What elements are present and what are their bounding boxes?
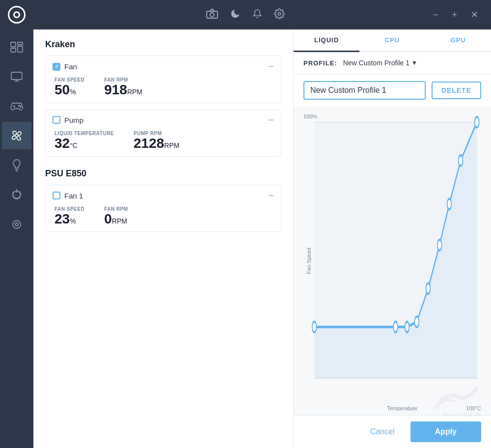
svg-point-12	[19, 105, 20, 106]
kraken-pump-header: Pump −	[53, 114, 274, 126]
sidebar-item-fan[interactable]	[2, 122, 31, 149]
logo-inner	[13, 11, 20, 18]
kraken-fan-speed-stat: FAN SPEED 50%	[55, 77, 84, 98]
svg-point-30	[437, 240, 442, 251]
apply-button[interactable]: Apply	[410, 421, 481, 442]
tabs-bar: LIQUID CPU GPU	[294, 29, 491, 52]
kraken-fan-header: Fan −	[53, 61, 274, 72]
minimize-button[interactable]: −	[428, 8, 443, 22]
kraken-fan-row: Fan − FAN SPEED 50% FAN RPM	[45, 56, 281, 103]
chart-y-axis-label: Fan Speed	[306, 248, 312, 274]
svg-point-31	[447, 199, 452, 210]
delete-button[interactable]: DELETE	[432, 82, 481, 99]
profile-bar: PROFILE: New Custom Profile 1 ▼	[294, 52, 491, 74]
psu-title: PSU E850	[45, 168, 281, 179]
profile-name: New Custom Profile 1	[343, 59, 409, 67]
tab-cpu[interactable]: CPU	[359, 29, 425, 51]
sidebar-item-audio[interactable]	[2, 210, 31, 238]
psu-fan1-speed-value: 23%	[55, 212, 84, 227]
profile-dropdown[interactable]: New Custom Profile 1 ▼	[343, 59, 417, 67]
kraken-pump-label: Pump	[64, 116, 83, 124]
window-controls: − + ✕	[428, 7, 483, 22]
psu-fan1-name-row: Fan 1	[53, 192, 83, 200]
svg-point-13	[20, 106, 21, 107]
svg-point-1	[210, 13, 214, 17]
chart-x-axis-label: Temperature	[387, 405, 417, 411]
svg-point-26	[393, 322, 398, 333]
kraken-pump-rpm-value: 2128RPM	[134, 136, 179, 151]
titlebar: − + ✕	[0, 0, 491, 29]
svg-rect-3	[11, 42, 16, 47]
sidebar-item-dashboard[interactable]	[2, 33, 31, 61]
sidebar	[0, 29, 33, 448]
svg-point-25	[312, 322, 317, 333]
right-panel: LIQUID CPU GPU PROFILE: New Custom Profi…	[294, 29, 491, 448]
psu-fan1-checkbox[interactable]	[53, 192, 60, 199]
svg-point-14	[15, 134, 18, 137]
tab-liquid[interactable]: LIQUID	[294, 29, 359, 52]
close-button[interactable]: ✕	[466, 7, 483, 22]
kraken-fan-rpm-value: 918RPM	[104, 83, 142, 98]
psu-fan1-stats: FAN SPEED 23% FAN RPM 0RPM	[53, 206, 274, 227]
psu-fan1-collapse[interactable]: −	[268, 190, 274, 201]
psu-fan1-rpm-value: 0RPM	[104, 212, 128, 227]
kraken-pump-temp-stat: LIQUID TEMPERATURE 32°C	[55, 131, 114, 151]
chart-area: 100% Fan Speed	[294, 107, 491, 415]
app-logo	[8, 6, 26, 24]
svg-rect-7	[11, 72, 22, 80]
kraken-pump-checkbox[interactable]	[53, 116, 60, 124]
kraken-fan-name-row: Fan	[53, 62, 77, 71]
svg-point-32	[459, 155, 463, 166]
content-panel: Kraken Fan − FAN SPEED	[33, 29, 491, 448]
svg-point-33	[475, 117, 479, 128]
svg-point-27	[405, 322, 409, 333]
moon-icon[interactable]	[230, 8, 241, 22]
sidebar-item-power[interactable]	[2, 181, 31, 208]
svg-rect-5	[11, 48, 16, 52]
psu-fan1-header: Fan 1 −	[53, 190, 274, 201]
psu-fan1-row: Fan 1 − FAN SPEED 23% FAN RPM	[45, 185, 281, 232]
kraken-pump-collapse[interactable]: −	[268, 114, 274, 126]
kraken-pump-temp-value: 32°C	[55, 136, 114, 151]
svg-point-28	[414, 316, 419, 327]
svg-point-20	[15, 223, 18, 226]
sidebar-item-monitor[interactable]	[2, 63, 31, 90]
kraken-fan-label: Fan	[64, 62, 77, 71]
bottom-bar: Cancel Apply	[294, 415, 491, 448]
camera-icon[interactable]	[206, 9, 218, 21]
tab-gpu[interactable]: GPU	[425, 29, 491, 51]
svg-point-2	[278, 12, 281, 15]
profile-editor-bar: DELETE	[294, 74, 491, 107]
psu-fan1-speed-stat: FAN SPEED 23%	[55, 206, 84, 227]
sidebar-item-lighting[interactable]	[2, 151, 31, 179]
kraken-fan-checkbox[interactable]	[53, 63, 60, 71]
kraken-pump-rpm-stat: PUMP RPM 2128RPM	[134, 131, 179, 151]
psu-fan1-label: Fan 1	[64, 192, 83, 200]
dropdown-arrow-icon: ▼	[411, 59, 417, 66]
fan-curve-chart[interactable]	[301, 112, 481, 410]
kraken-fan-stats: FAN SPEED 50% FAN RPM 918RPM	[53, 77, 274, 98]
psu-fan1-rpm-stat: FAN RPM 0RPM	[104, 206, 128, 227]
main-layout: Kraken Fan − FAN SPEED	[0, 29, 491, 448]
profile-name-input[interactable]	[303, 81, 426, 100]
svg-point-19	[13, 221, 21, 228]
profile-label: PROFILE:	[303, 59, 337, 67]
bell-icon[interactable]	[252, 8, 262, 22]
maximize-button[interactable]: +	[447, 8, 462, 22]
settings-icon[interactable]	[274, 8, 285, 22]
kraken-pump-stats: LIQUID TEMPERATURE 32°C PUMP RPM 2128RPM	[53, 131, 274, 151]
kraken-fan-speed-value: 50%	[55, 83, 84, 98]
svg-rect-6	[18, 46, 23, 52]
kraken-fan-collapse[interactable]: −	[268, 61, 274, 72]
kraken-pump-row: Pump − LIQUID TEMPERATURE 32°C PUMP RPM	[45, 109, 281, 157]
psu-section: PSU E850 Fan 1 − FAN SPEED	[45, 168, 281, 232]
svg-point-29	[426, 283, 431, 294]
cancel-button[interactable]: Cancel	[360, 422, 405, 441]
kraken-title: Kraken	[45, 39, 281, 50]
sidebar-item-controller[interactable]	[2, 92, 31, 120]
kraken-fan-rpm-stat: FAN RPM 918RPM	[104, 77, 142, 98]
chart-x-max-label: 100°C	[466, 405, 481, 411]
left-panel: Kraken Fan − FAN SPEED	[33, 29, 294, 448]
svg-rect-4	[18, 42, 23, 45]
kraken-pump-name-row: Pump	[53, 116, 83, 124]
